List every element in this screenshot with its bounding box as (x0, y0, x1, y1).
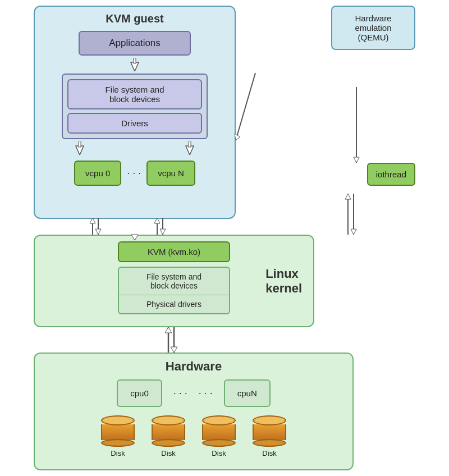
disk4-body (253, 424, 286, 440)
disk3: Disk (199, 415, 239, 457)
svg-line-22 (236, 73, 255, 140)
cpu0-box: cpu0 (117, 379, 162, 407)
disk3-body (202, 424, 236, 440)
cpuN-box: cpuN (224, 379, 271, 407)
svg-marker-21 (354, 157, 359, 163)
arrow-drivers-to-vcpuN (184, 141, 195, 155)
disk2-bottom (152, 439, 185, 447)
kvm-guest-title: KVM guest (40, 12, 229, 25)
iothread-label: iothread (376, 170, 406, 179)
disk3-top (202, 415, 236, 425)
vcpu-dots: · · · (127, 167, 141, 179)
svg-rect-3 (79, 141, 81, 147)
disk1-label: Disk (111, 449, 125, 457)
disk1-body (101, 424, 135, 440)
disk2: Disk (149, 415, 188, 457)
disk1-bottom (101, 439, 135, 447)
svg-marker-29 (165, 327, 172, 333)
disk1-top (101, 415, 135, 425)
disk-row: Disk Disk Disk Disk (40, 415, 347, 457)
hw-emulation-label: Hardwareemulation(QEMU) (355, 13, 391, 42)
kernel-fs-box: File system andblock devices (119, 268, 229, 295)
kvm-guest-box: KVM guest Applications File system andbl… (34, 6, 236, 219)
diagram: KVM guest Applications File system andbl… (0, 0, 449, 476)
svg-marker-19 (345, 194, 351, 199)
applications-box: Applications (79, 31, 191, 56)
disk4-top (253, 415, 286, 425)
iothread-box: iothread (367, 163, 415, 186)
cpu-dots: · · · (173, 387, 187, 399)
svg-marker-27 (171, 347, 177, 353)
hardware-title: Hardware (40, 359, 347, 374)
disk2-label: Disk (161, 449, 175, 457)
cpu-row: cpu0 · · · · · · cpuN (40, 379, 347, 407)
hardware-box: Hardware cpu0 · · · · · · cpuN Disk Disk (34, 353, 354, 470)
disk1: Disk (98, 415, 138, 457)
disk2-top (152, 415, 185, 425)
svg-marker-17 (351, 229, 356, 235)
cpu-dots2: · · · (199, 387, 213, 399)
kernel-inner-box: File system andblock devices Physical dr… (118, 267, 230, 314)
linux-kernel-title: Linuxkernel (265, 267, 302, 296)
svg-marker-13 (160, 229, 166, 235)
hw-emulation-box: Hardwareemulation(QEMU) (331, 6, 415, 50)
arrow-drivers-to-vcpu0 (74, 141, 85, 155)
svg-marker-9 (95, 229, 101, 235)
svg-rect-1 (134, 58, 136, 63)
disk4: Disk (250, 415, 289, 457)
kvm-ko-box: KVM (kvm.ko) (118, 241, 230, 262)
disk3-bottom (202, 439, 236, 447)
guest-drivers-box: Drivers (67, 113, 202, 134)
linux-kernel-box: Linuxkernel KVM (kvm.ko) File system and… (34, 235, 314, 327)
kernel-drivers-box: Physical drivers (119, 295, 229, 313)
guest-inner-box: File system andblock devices Drivers (62, 74, 208, 139)
disk4-bottom (253, 439, 286, 447)
guest-fs-box: File system andblock devices (67, 79, 202, 109)
disk4-label: Disk (262, 449, 276, 457)
disk3-label: Disk (212, 449, 226, 457)
vcpu-row: vcpu 0 · · · vcpu N (40, 161, 229, 186)
arrow-apps-to-fs (40, 58, 229, 71)
svg-rect-5 (189, 141, 191, 147)
vcpuN-box: vcpu N (146, 161, 195, 186)
disk2-body (152, 424, 185, 440)
vcpu0-box: vcpu 0 (74, 161, 121, 186)
